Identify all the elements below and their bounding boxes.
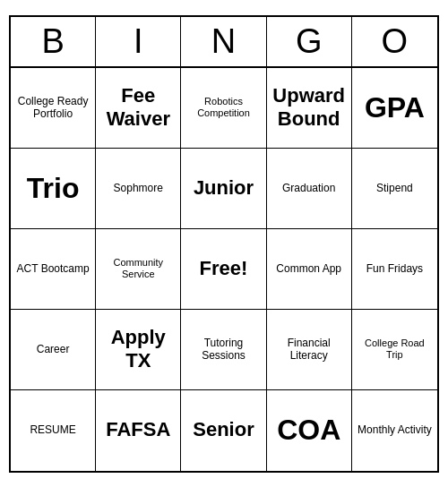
letter-i: I [96, 17, 181, 66]
letter-n: N [181, 17, 266, 66]
bingo-cell-9: Stipend [352, 149, 437, 229]
bingo-cell-14: Fun Fridays [352, 229, 437, 310]
bingo-cell-12: Free! [181, 229, 266, 310]
bingo-cell-7: Junior [181, 149, 266, 229]
bingo-grid: College Ready PortfolioFee WaiverRobotic… [11, 68, 437, 471]
bingo-card: B I N G O College Ready PortfolioFee Wai… [9, 15, 439, 473]
bingo-cell-15: Career [11, 310, 96, 390]
bingo-cell-20: RESUME [11, 390, 96, 471]
bingo-cell-17: Tutoring Sessions [181, 310, 266, 390]
bingo-cell-11: Community Service [96, 229, 181, 310]
bingo-cell-23: COA [267, 390, 352, 471]
letter-g: G [267, 17, 352, 66]
bingo-cell-1: Fee Waiver [96, 68, 181, 149]
letter-o: O [352, 17, 437, 66]
bingo-cell-13: Common App [267, 229, 352, 310]
bingo-cell-21: FAFSA [96, 390, 181, 471]
letter-b: B [11, 17, 96, 66]
bingo-cell-18: Financial Literacy [267, 310, 352, 390]
bingo-cell-16: Apply TX [96, 310, 181, 390]
bingo-header: B I N G O [11, 17, 437, 68]
bingo-cell-2: Robotics Competition [181, 68, 266, 149]
bingo-cell-6: Sophmore [96, 149, 181, 229]
bingo-cell-19: College Road Trip [352, 310, 437, 390]
bingo-cell-8: Graduation [267, 149, 352, 229]
bingo-cell-22: Senior [181, 390, 266, 471]
bingo-cell-0: College Ready Portfolio [11, 68, 96, 149]
bingo-cell-3: Upward Bound [267, 68, 352, 149]
bingo-cell-5: Trio [11, 149, 96, 229]
bingo-cell-10: ACT Bootcamp [11, 229, 96, 310]
bingo-cell-4: GPA [352, 68, 437, 149]
bingo-cell-24: Monthly Activity [352, 390, 437, 471]
